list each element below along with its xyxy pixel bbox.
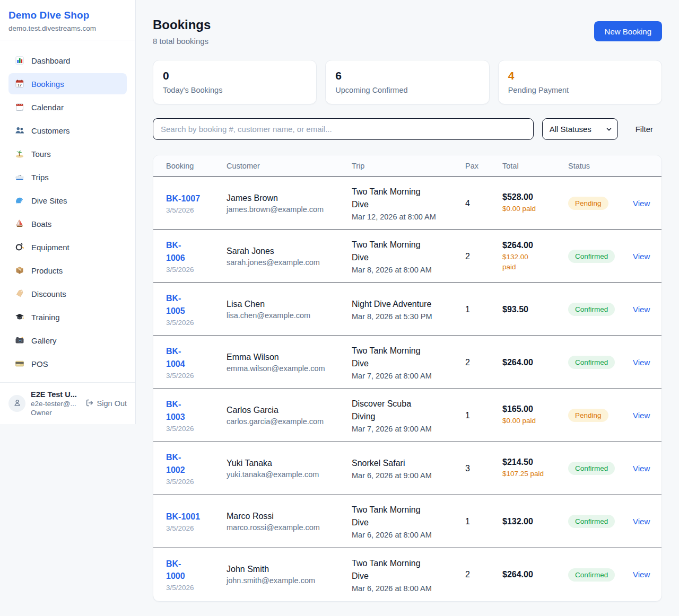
sidebar-item-label: Equipment [31,243,69,252]
sidebar-item-label: Calendar [31,103,64,112]
credit-card-icon [15,359,24,368]
view-link[interactable]: View [633,252,650,261]
table-row: BK- 10063/5/2026Sarah Jonessarah.jones@e… [153,230,661,283]
user-info: E2E Test U... e2e-tester@... Owner [31,390,80,417]
booking-link[interactable]: BK- 1005 [166,292,185,316]
user-email: e2e-tester@... [31,400,80,408]
booking-link[interactable]: BK- 1000 [166,558,185,582]
search-input[interactable] [153,118,534,140]
calendar-date-icon: 17 [15,79,24,89]
sidebar-user-footer: E2E Test U... e2e-tester@... Owner Sign … [0,382,135,424]
customer-email: emma.wilson@example.com [227,364,344,373]
customer-email: lisa.chen@example.com [227,311,344,320]
sidebar-item-training[interactable]: Training [8,306,127,328]
booking-link[interactable]: BK- 1006 [166,239,185,263]
sidebar-item-calendar[interactable]: Calendar [8,96,127,118]
view-link[interactable]: View [633,570,650,579]
trip-datetime: Mar 6, 2026 at 8:00 AM [352,531,458,539]
sidebar-item-label: Tours [31,149,51,159]
sidebar-item-label: Training [31,313,60,322]
sidebar-nav: Dashboard17BookingsCalendarCustomersTour… [0,40,135,382]
view-link[interactable]: View [633,517,650,526]
pax-count: 2 [465,570,502,579]
booking-link[interactable]: BK- 1004 [166,345,185,369]
view-link[interactable]: View [633,199,650,208]
filter-button[interactable]: Filter [636,125,653,134]
total-amount: $93.50 [502,305,561,314]
sidebar-item-equipment[interactable]: Equipment [8,236,127,258]
sidebar-item-pos[interactable]: POS [8,353,127,374]
view-link[interactable]: View [633,358,650,367]
calendar-icon [15,102,24,112]
sidebar-item-label: Discounts [31,289,66,298]
booking-date: 3/5/2026 [166,425,219,433]
user-role: Owner [31,409,80,417]
logout-icon [85,399,94,409]
sidebar-item-boats[interactable]: Boats [8,213,127,234]
sidebar-item-customers[interactable]: Customers [8,120,127,141]
stat-card: 0Today's Bookings [153,60,317,104]
trip-name: Two Tank Morning Dive [352,345,458,370]
sidebar-item-label: Dashboard [31,56,70,65]
total-amount: $264.00 [502,241,561,250]
column-header-customer: Customer [227,162,352,170]
new-booking-button[interactable]: New Booking [594,21,662,41]
sidebar-item-label: Gallery [31,336,57,345]
avatar [8,395,25,412]
trip-name: Two Tank Morning Dive [352,239,458,264]
pax-count: 1 [465,305,502,314]
table-row: BK-10073/5/2026James Brownjames.brown@ex… [153,177,661,230]
sidebar-item-discounts[interactable]: Discounts [8,283,127,304]
user-name: E2E Test U... [31,390,80,399]
sidebar-item-label: Dive Sites [31,196,67,205]
customer-name: James Brown [227,193,344,203]
total-amount: $528.00 [502,192,561,202]
view-link[interactable]: View [633,411,650,420]
booking-date: 3/5/2026 [166,266,219,274]
sidebar-item-trips[interactable]: Trips [8,166,127,188]
booking-link[interactable]: BK- 1003 [166,398,185,423]
paid-amount: $0.00 paid [502,204,561,214]
booking-link[interactable]: BK-1001 [166,511,200,523]
view-link[interactable]: View [633,464,650,473]
customer-email: marco.rossi@example.com [227,523,344,532]
stat-value: 0 [163,69,307,82]
sidebar-item-gallery[interactable]: Gallery [8,330,127,351]
page-header: Bookings 8 total bookings New Booking [153,17,662,46]
status-badge: Confirmed [568,356,615,369]
booking-link[interactable]: BK- 1002 [166,451,185,476]
customer-email: james.brown@example.com [227,205,344,214]
customer-name: Sarah Jones [227,247,344,256]
sidebar-header: Demo Dive Shop demo.test.divestreams.com [0,0,135,40]
sidebar-item-dive-sites[interactable]: Dive Sites [8,190,127,211]
total-amount: $264.00 [502,358,561,367]
trip-name: Two Tank Morning Dive [352,186,458,211]
wave-icon [15,196,24,205]
customer-name: Lisa Chen [227,300,344,309]
status-select[interactable]: All Statuses [542,118,618,140]
pax-count: 4 [465,199,502,208]
svg-text:17: 17 [18,83,22,87]
pax-count: 1 [465,517,502,526]
stat-label: Today's Bookings [163,86,307,94]
table-row: BK- 10053/5/2026Lisa Chenlisa.chen@examp… [153,283,661,336]
pax-count: 3 [465,464,502,473]
sidebar-item-products[interactable]: Products [8,260,127,281]
main-content: Bookings 8 total bookings New Booking 0T… [136,0,679,616]
sidebar-item-dashboard[interactable]: Dashboard [8,50,127,71]
booking-date: 3/5/2026 [166,478,219,486]
view-link[interactable]: View [633,305,650,314]
stat-card: 6Upcoming Confirmed [325,60,489,104]
sidebar-item-bookings[interactable]: 17Bookings [8,73,127,94]
pax-count: 2 [465,252,502,261]
stat-card: 4Pending Payment [498,60,662,104]
table-row: BK-10013/5/2026Marco Rossimarco.rossi@ex… [153,495,661,548]
pax-count: 1 [465,411,502,420]
sidebar-item-label: Boats [31,219,51,228]
booking-link[interactable]: BK-1007 [166,192,200,205]
sailboat-icon [15,219,24,228]
sign-out-button[interactable]: Sign Out [85,399,127,409]
column-header-pax: Pax [465,162,502,170]
sidebar-item-tours[interactable]: Tours [8,143,127,164]
trip-name: Discover Scuba Diving [352,398,458,423]
